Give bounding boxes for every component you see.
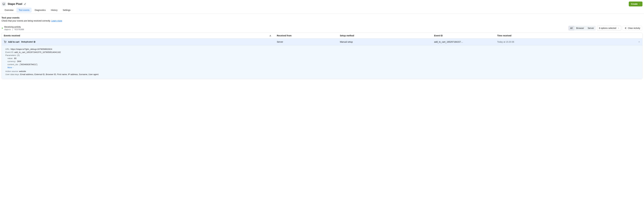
- col-events-received: Events received: [4, 34, 264, 37]
- event-name: Add to cart: [8, 41, 20, 43]
- svg-rect-0: [3, 3, 5, 5]
- options-dropdown[interactable]: 6 options selected: [597, 26, 621, 31]
- detail-url-value: https://stape.io/?gtm_debug=167905860282…: [11, 48, 52, 50]
- options-dropdown-label: 6 options selected: [599, 27, 616, 29]
- clear-activity-label: Clear Activity: [628, 27, 640, 29]
- detail-user-data-label: User data keys:: [5, 73, 20, 76]
- arrow-icon: [624, 27, 626, 29]
- tab-test-events[interactable]: Test events: [16, 8, 32, 13]
- section-title: Test your events: [2, 16, 642, 19]
- col-setup-method: Setup method: [340, 34, 434, 37]
- tab-diagnostics[interactable]: Diagnostics: [32, 8, 48, 13]
- detail-event-id-label: Event ID:: [5, 51, 14, 53]
- svg-point-4: [6, 43, 6, 43]
- create-button-label: Create: [631, 3, 638, 5]
- chevron-up-icon[interactable]: [638, 41, 640, 43]
- clear-activity-button[interactable]: Clear Activity: [622, 26, 642, 31]
- deduplicated-label: Deduplicated: [21, 41, 33, 43]
- activity-test-id: TEST91898: [14, 29, 24, 31]
- caret-down-icon: [12, 67, 14, 68]
- param-contentids-value: ["8034092679421"]: [20, 63, 37, 66]
- activity-domain: stape.io: [4, 29, 11, 31]
- section-description: Check that your events are being receive…: [2, 20, 51, 22]
- activity-title: Receiving activity: [4, 26, 24, 28]
- param-contentids-label: content_ids:: [8, 63, 18, 66]
- event-row[interactable]: Add to cart Deduplicated i Server Manual…: [2, 39, 642, 45]
- param-currency-value: DKK: [17, 60, 21, 63]
- detail-event-id-value: add_to_cart_1652971841570_16790595140411…: [14, 51, 61, 53]
- col-time-received: Time received: [497, 34, 627, 37]
- page-title: Stape Pixel: [8, 3, 22, 6]
- event-details-panel: URL: https://stape.io/?gtm_debug=1679058…: [2, 45, 642, 79]
- cell-setup-method: Manual setup: [340, 41, 434, 43]
- caret-down-icon: [639, 3, 640, 5]
- detail-action-source-value: website: [19, 70, 26, 72]
- col-received-from: Received from: [277, 34, 340, 37]
- info-icon[interactable]: i: [34, 41, 36, 43]
- detail-action-source-label: Action source:: [5, 70, 18, 72]
- tab-overview[interactable]: Overview: [2, 8, 16, 13]
- detail-parameters-label: Parameters:: [5, 54, 17, 56]
- col-event-id: Event ID: [434, 34, 497, 37]
- create-button[interactable]: Create: [629, 2, 642, 7]
- learn-more-link[interactable]: Learn more: [51, 20, 62, 22]
- filter-all-button[interactable]: All: [568, 26, 574, 31]
- pixel-icon: [2, 2, 6, 6]
- warning-icon: [270, 35, 271, 37]
- filter-server-button[interactable]: Server: [586, 26, 596, 31]
- edit-icon[interactable]: [24, 3, 26, 5]
- cell-time-received: Today at 15:20:36: [497, 41, 627, 43]
- cell-event-id: add_to_cart_165297184157…: [434, 41, 497, 43]
- param-value-value: 60: [14, 57, 16, 60]
- more-link[interactable]: More: [8, 66, 639, 69]
- more-link-label: More: [8, 66, 12, 69]
- detail-url-label: URL:: [5, 48, 10, 50]
- detail-user-data-value: Email address, External ID, Browser ID, …: [20, 73, 98, 76]
- cart-icon: [4, 41, 6, 43]
- detail-parameters-count: (5): [17, 54, 20, 56]
- param-currency-label: currency:: [8, 60, 16, 63]
- tab-history[interactable]: History: [49, 8, 60, 13]
- filter-browser-button[interactable]: Browser: [574, 26, 586, 31]
- tab-settings[interactable]: Settings: [60, 8, 73, 13]
- status-dot-icon: [2, 28, 3, 29]
- activity-separator: |: [12, 29, 13, 31]
- cell-received-from: Server: [277, 41, 340, 43]
- param-value-label: value:: [8, 57, 13, 60]
- svg-point-3: [4, 43, 5, 43]
- caret-down-icon: [618, 27, 619, 29]
